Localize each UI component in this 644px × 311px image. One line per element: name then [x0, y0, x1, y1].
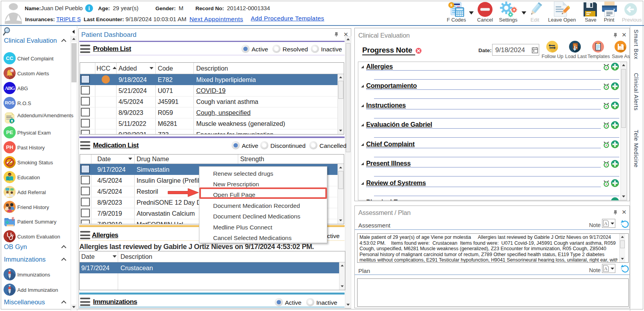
- svg-text:1: 1: [11, 69, 13, 73]
- svg-text:i: i: [88, 5, 90, 11]
- svg-text:A: A: [604, 221, 608, 226]
- svg-text:$: $: [450, 3, 452, 7]
- svg-text:A: A: [604, 266, 608, 271]
